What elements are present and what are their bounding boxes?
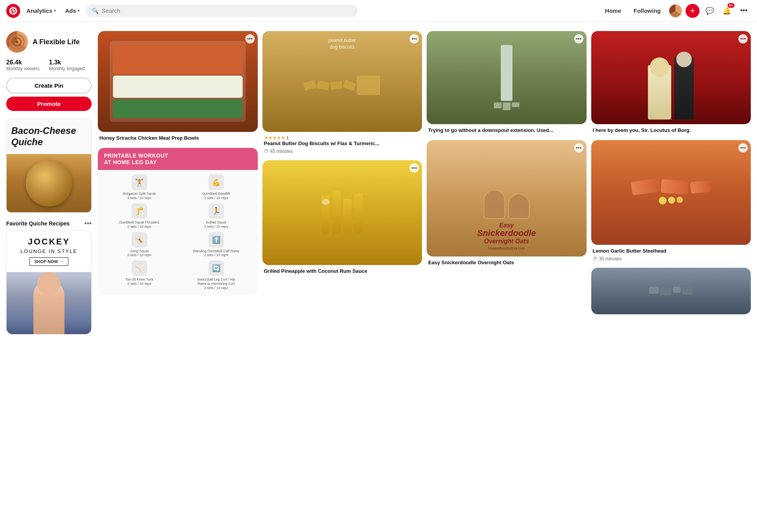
exercise-figure-icon: 🦴 xyxy=(132,260,147,276)
pin-item[interactable]: Grilled Pineapple with Coconut Rum Sauce… xyxy=(262,160,422,276)
pin-more-button[interactable]: ••• xyxy=(574,34,583,43)
clock-icon: ⏱ xyxy=(264,149,269,154)
pin-item[interactable]: EasySnickerdoodleOvernight Oats loveandf… xyxy=(427,140,587,268)
monthly-engaged-label: Monthly engaged xyxy=(49,66,85,71)
following-nav-btn[interactable]: Following xyxy=(629,5,665,16)
pin-image: EasySnickerdoodleOvernight Oats loveandf… xyxy=(427,140,587,256)
messages-button[interactable]: 💬 xyxy=(703,4,717,18)
pin-title: Trying to go without a downspout extensi… xyxy=(428,127,585,134)
exercise-figure-icon: 💪 xyxy=(208,175,224,190)
add-pin-button[interactable]: + xyxy=(686,4,700,18)
exercise-item: 💪 Dumbbell Deadlift2 sets / 10 reps xyxy=(179,175,253,200)
monthly-viewers-label: Monthly viewers xyxy=(6,66,40,71)
pin-item[interactable] xyxy=(591,268,751,314)
profile-name: A Flexible Life xyxy=(33,38,80,46)
pin-item[interactable]: Trying to go without a downspout extensi… xyxy=(427,31,587,135)
pin-meta: I here by deem you, Sir. Locutus of Borg… xyxy=(591,124,751,135)
exercise-item: 🔄 Swiss Ball Leg Curl / HipRaise to Hams… xyxy=(179,260,253,290)
search-bar[interactable]: 🔍 xyxy=(86,4,358,17)
quiche-more-icon[interactable]: ••• xyxy=(84,220,92,228)
notifications-button[interactable]: 🔔 9+ xyxy=(720,4,734,18)
pin-image xyxy=(591,140,751,245)
chat-icon: 💬 xyxy=(705,7,714,15)
exercise-figure-icon: ⬆️ xyxy=(208,232,224,248)
pin-image xyxy=(591,268,751,314)
pin-more-button[interactable]: ••• xyxy=(738,34,748,43)
ads-label: Ads xyxy=(65,7,76,14)
ads-chevron-icon: ▾ xyxy=(78,9,80,13)
pin-sub: ⏱ 30 minutes xyxy=(593,256,750,262)
pin-meta: Grilled Pineapple with Coconut Rum Sauce xyxy=(262,265,422,276)
profile-section: A Flexible Life xyxy=(6,31,92,53)
jockey-sub: LOUNGE IN STYLE xyxy=(13,248,85,254)
jockey-model-image xyxy=(7,272,91,334)
pin-more-button[interactable]: ••• xyxy=(245,34,255,43)
home-nav-btn[interactable]: Home xyxy=(600,5,626,16)
jockey-ad-header: JOCKEY LOUNGE IN STYLE SHOP NOW → xyxy=(7,230,91,272)
pin-image xyxy=(591,31,751,124)
monthly-engaged-count: 1.3k xyxy=(49,59,85,66)
workout-body: 🏋️ Bulgarian Split Squat2 sets / 10 reps… xyxy=(98,170,258,295)
pin-meta: ★★★★★ 1 Peanut Butter Dog Biscuits w/ Fl… xyxy=(262,132,422,156)
quiche-card[interactable]: Bacon-Cheese Quiche xyxy=(6,119,92,213)
monthly-viewers-count: 26.4k xyxy=(6,59,40,66)
sidebar: A Flexible Life 26.4k Monthly viewers 1.… xyxy=(6,31,92,334)
quiche-card-label: Favorite Quiche Recipes xyxy=(6,220,69,227)
quiche-title: Bacon-Cheese Quiche xyxy=(11,125,87,148)
exercise-item: 🏋️ Bulgarian Split Squat2 sets / 10 reps xyxy=(102,175,176,200)
exercise-figure-icon: 🏋️ xyxy=(132,175,147,190)
pin-image xyxy=(262,160,422,265)
exercise-item: 🤸 Jump Squat2 sets / 10 reps xyxy=(102,232,176,258)
pin-item[interactable]: peanut butterdog biscuits ★★★★★ 1 Peanut… xyxy=(262,31,422,156)
exercise-item: ⬆️ Standing Dumbbell Calf Raise2 sets / … xyxy=(179,232,253,258)
quiche-image xyxy=(7,154,91,212)
exercise-item: 🦵 Dumbbell Squat Thrusters2 sets / 10 re… xyxy=(102,203,176,229)
workout-exercises: 🏋️ Bulgarian Split Squat2 sets / 10 reps… xyxy=(102,175,253,257)
workout-pin-item[interactable]: PRINTABLE WORKOUTAT HOME LEG DAY 🏋️ Bulg… xyxy=(98,148,258,295)
pin-title: Easy Snickerdoodle Overnight Oats xyxy=(428,260,585,266)
exercise-item: 🦴 Toe Sit Knee Tuck2 sets / 10 reps xyxy=(102,260,176,290)
pin-meta: Easy Snickerdoodle Overnight Oats xyxy=(427,256,587,268)
pin-more-button[interactable]: ••• xyxy=(410,163,419,173)
profile-logo xyxy=(6,31,28,53)
exercise-figure-icon: 🔄 xyxy=(208,260,224,276)
pin-title: Lemon Garlic Butter Steelhead xyxy=(593,248,750,255)
search-icon: 🔍 xyxy=(92,8,99,14)
exercise-figure-icon: 🤸 xyxy=(132,232,147,248)
jockey-brand: JOCKEY xyxy=(13,237,85,247)
pin-stars: ★★★★★ 1 xyxy=(264,135,421,140)
pin-grid: Honey Sriracha Chicken Meal Prep Bowls •… xyxy=(98,31,751,334)
monthly-engaged-stat: 1.3k Monthly engaged xyxy=(49,59,85,71)
more-options-button[interactable]: ••• xyxy=(737,4,751,18)
pin-more-button[interactable]: ••• xyxy=(410,34,419,43)
jockey-ad-card[interactable]: JOCKEY LOUNGE IN STYLE SHOP NOW → xyxy=(6,230,92,334)
quiche-label-row: Favorite Quiche Recipes ••• xyxy=(6,217,92,230)
pin-image xyxy=(427,31,587,124)
profile-avatar[interactable] xyxy=(668,4,682,18)
exercise-figure-icon: 🏃 xyxy=(208,203,224,219)
pin-title: I here by deem you, Sir. Locutus of Borg… xyxy=(593,127,750,134)
search-input[interactable] xyxy=(102,7,351,14)
stats-row: 26.4k Monthly viewers 1.3k Monthly engag… xyxy=(6,59,92,71)
pin-item[interactable]: Honey Sriracha Chicken Meal Prep Bowls •… xyxy=(98,31,258,143)
jockey-shop-button[interactable]: SHOP NOW → xyxy=(30,257,69,266)
workout-title: PRINTABLE WORKOUTAT HOME LEG DAY xyxy=(104,152,252,166)
analytics-nav[interactable]: Analytics ▾ xyxy=(23,5,59,16)
analytics-label: Analytics xyxy=(26,7,52,14)
ads-nav[interactable]: Ads ▾ xyxy=(62,5,83,16)
main-content: A Flexible Life 26.4k Monthly viewers 1.… xyxy=(0,22,757,344)
pin-item[interactable]: I here by deem you, Sir. Locutus of Borg… xyxy=(591,31,751,135)
pin-image xyxy=(98,31,258,132)
pin-title: Grilled Pineapple with Coconut Rum Sauce xyxy=(264,268,421,275)
bell-icon: 🔔 xyxy=(722,7,731,15)
promote-button[interactable]: Promote xyxy=(6,97,92,111)
pin-more-button[interactable]: ••• xyxy=(738,143,748,152)
pin-image: peanut butterdog biscuits xyxy=(262,31,422,132)
pin-item[interactable]: Lemon Garlic Butter Steelhead ⏱ 30 minut… xyxy=(591,140,751,263)
pinterest-logo[interactable] xyxy=(6,4,20,18)
pin-more-button[interactable]: ••• xyxy=(574,143,583,152)
top-navigation: Analytics ▾ Ads ▾ 🔍 Home Following + 💬 🔔… xyxy=(0,0,757,22)
workout-header: PRINTABLE WORKOUTAT HOME LEG DAY xyxy=(98,148,258,170)
pin-sub: ⏱ 45 minutes xyxy=(264,149,421,154)
create-pin-button[interactable]: Create Pin xyxy=(6,78,92,94)
